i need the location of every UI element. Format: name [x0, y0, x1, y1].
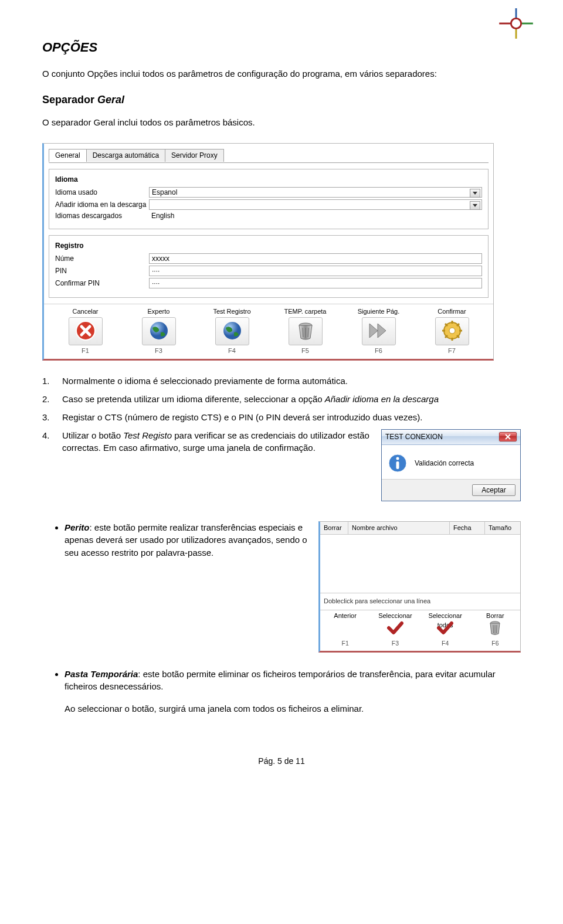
- btn-confirmar[interactable]: Confirmar F7: [415, 308, 489, 354]
- section-heading-italic: Geral: [97, 94, 124, 106]
- bullet-pasta: Pasta Temporária: este botão permite eli…: [65, 668, 521, 715]
- tbtn-anterior-label: Anterior: [320, 612, 370, 619]
- blank-icon: [320, 619, 370, 639]
- bullet-pasta-p2: Ao seleccionar o botão, surgirá uma jane…: [65, 702, 521, 715]
- svg-marker-15: [369, 324, 378, 338]
- input-nume[interactable]: xxxxx: [149, 253, 482, 264]
- btn-temp-carpeta-label: TEMP. carpeta: [269, 308, 342, 316]
- globe-icon: [148, 320, 170, 343]
- col-fecha[interactable]: Fecha: [450, 522, 485, 535]
- btn-siguiente-label: Siguiente Pág.: [342, 308, 415, 316]
- label-nume: Núme: [55, 254, 149, 263]
- svg-point-18: [449, 328, 455, 334]
- options-dialog-screenshot: General Descarga automática Servidor Pro…: [42, 143, 494, 361]
- list-item-4: 4. Utilizar o botão Test Registo para ve…: [42, 429, 374, 454]
- tbtn-borrar-label: Borrar: [470, 612, 520, 619]
- tab-proxy[interactable]: Servidor Proxy: [165, 149, 224, 162]
- table-body-empty: [320, 535, 520, 593]
- separador-intro: O separador Geral inclui todos os parâme…: [42, 117, 521, 128]
- check-icon: [437, 621, 453, 638]
- list-num-1: 1.: [42, 375, 62, 387]
- input-pin-value: ····: [152, 266, 160, 276]
- btn-test-registro[interactable]: Test Registro F4: [195, 308, 269, 354]
- temp-folder-screenshot: Borrar Nombre archivo Fecha Tamaño Doble…: [318, 521, 521, 653]
- tbtn-anterior-fkey: F1: [320, 639, 370, 648]
- group-idioma-title: Idioma: [55, 175, 482, 184]
- select-idioma-usado-value: Espanol: [152, 188, 177, 197]
- page-footer: Pág. 5 de 11: [42, 756, 521, 766]
- btn-temp-carpeta-fkey: F5: [269, 347, 342, 354]
- page-title: OPÇÕES: [42, 40, 521, 55]
- list-item-1: 1. Normalmente o idioma é seleccionado p…: [42, 375, 521, 387]
- tbtn-seleccionar-todos[interactable]: Seleccionar todos F4: [420, 610, 470, 650]
- btn-experto[interactable]: Experto F3: [122, 308, 195, 354]
- confirmation-dialog-screenshot: TEST CONEXION Validación correcta Acepta…: [381, 429, 521, 501]
- btn-experto-fkey: F3: [122, 347, 195, 354]
- intro-paragraph: O conjunto Opções inclui todos os parâme…: [42, 68, 521, 80]
- dialog-title: TEST CONEXION: [385, 433, 443, 441]
- svg-line-34: [493, 625, 494, 633]
- svg-marker-16: [378, 324, 386, 338]
- next-icon: [367, 321, 391, 341]
- btn-siguiente-fkey: F6: [342, 347, 415, 354]
- tab-general[interactable]: General: [49, 149, 87, 162]
- input-confirm-pin[interactable]: ····: [149, 278, 482, 288]
- list-num-4: 4.: [42, 429, 62, 454]
- aceptar-button[interactable]: Aceptar: [472, 484, 515, 496]
- btn-cancelar[interactable]: Cancelar F1: [49, 308, 122, 354]
- dialog-button-bar: Cancelar F1 Experto F3 Test Registro F4 …: [44, 304, 493, 359]
- tbtn-borrar[interactable]: Borrar F6: [470, 610, 520, 650]
- input-confirm-pin-value: ····: [152, 278, 160, 288]
- btn-test-registro-label: Test Registro: [195, 308, 269, 316]
- select-anadir-idioma[interactable]: [149, 199, 482, 210]
- btn-test-registro-fkey: F4: [195, 347, 269, 354]
- dialog-titlebar: TEST CONEXION: [382, 430, 520, 445]
- col-borrar[interactable]: Borrar: [320, 522, 348, 535]
- list-num-2: 2.: [42, 393, 62, 405]
- btn-siguiente[interactable]: Siguiente Pág. F6: [342, 308, 415, 354]
- bullet-perito: Borrar Nombre archivo Fecha Tamaño Doble…: [65, 521, 521, 657]
- list-num-3: 3.: [42, 411, 62, 423]
- table-hint: Dobleclick para seleccionar una línea: [320, 593, 520, 610]
- label-anadir-idioma: Añadir idioma en la descarga: [55, 201, 149, 209]
- input-nume-value: xxxxx: [152, 254, 169, 263]
- trash-icon: [488, 620, 502, 638]
- dialog-message: Validación correcta: [415, 459, 474, 467]
- group-idioma: Idioma Idioma usado Espanol Añadir idiom…: [49, 169, 489, 229]
- label-idioma-usado: Idioma usado: [55, 188, 149, 196]
- tbtn-anterior[interactable]: Anterior F1: [320, 610, 370, 650]
- svg-line-36: [497, 625, 497, 633]
- list-text-2-italic: Añadir idioma en la descarga: [325, 394, 439, 404]
- temp-button-bar: Anterior F1 Seleccionar F3 Seleccionar t…: [320, 610, 520, 650]
- trash-icon: [294, 320, 317, 343]
- list-text-2: Caso se pretenda utilizar um idioma dife…: [62, 393, 439, 405]
- gear-icon: [441, 320, 463, 343]
- group-registro-title: Registro: [55, 242, 482, 250]
- bullet-pasta-bold: Pasta Temporária: [65, 669, 138, 679]
- col-nombre[interactable]: Nombre archivo: [348, 522, 450, 535]
- select-idioma-usado[interactable]: Espanol: [149, 187, 482, 198]
- list-item-2: 2. Caso se pretenda utilizar um idioma d…: [42, 393, 521, 405]
- info-icon: [388, 453, 408, 473]
- label-pin: PIN: [55, 267, 149, 275]
- list-item-3: 3. Registar o CTS (número de registo CTS…: [42, 411, 521, 423]
- list-text-4: Utilizar o botão Test Registo para verif…: [62, 429, 374, 454]
- section-heading-prefix: Separador: [42, 94, 97, 106]
- btn-cancelar-label: Cancelar: [49, 308, 122, 316]
- tbtn-seleccionar[interactable]: Seleccionar F3: [370, 610, 420, 650]
- cancel-icon: [74, 320, 97, 343]
- list-text-4-italic: Test Registo: [123, 430, 172, 440]
- tabs-bar: General Descarga automática Servidor Pro…: [44, 144, 493, 162]
- tbtn-seleccionar-todos-fkey: F4: [420, 639, 470, 648]
- close-icon[interactable]: [499, 432, 517, 441]
- col-tamano[interactable]: Tamaño: [485, 522, 520, 535]
- input-pin[interactable]: ····: [149, 266, 482, 276]
- tbtn-seleccionar-fkey: F3: [370, 639, 420, 648]
- tbtn-seleccionar-todos-label: Seleccionar todos: [420, 612, 470, 619]
- svg-point-4: [511, 18, 521, 28]
- tbtn-seleccionar-label: Seleccionar: [370, 612, 420, 619]
- btn-temp-carpeta[interactable]: TEMP. carpeta F5: [269, 308, 342, 354]
- tab-descarga[interactable]: Descarga automática: [86, 149, 165, 162]
- svg-rect-32: [396, 461, 399, 469]
- list-text-1: Normalmente o idioma é seleccionado prev…: [62, 375, 348, 387]
